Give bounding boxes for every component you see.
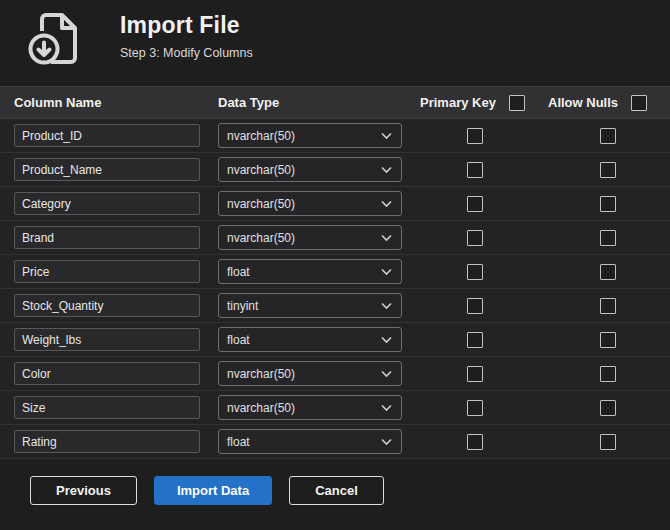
- primary-key-checkbox[interactable]: [467, 366, 483, 382]
- data-type-select[interactable]: nvarchar(50): [218, 225, 402, 250]
- import-file-icon: [26, 10, 90, 70]
- data-type-cell: nvarchar(50): [205, 191, 405, 216]
- primary-key-select-all-checkbox[interactable]: [509, 95, 525, 111]
- primary-key-checkbox[interactable]: [467, 128, 483, 144]
- allow-nulls-select-all-checkbox[interactable]: [631, 95, 647, 111]
- footer-actions: Previous Import Data Cancel: [0, 459, 670, 505]
- cancel-button[interactable]: Cancel: [289, 476, 384, 505]
- chevron-down-icon: [381, 336, 392, 344]
- data-type-cell: nvarchar(50): [205, 361, 405, 386]
- data-type-cell: nvarchar(50): [205, 157, 405, 182]
- page-title: Import File: [120, 12, 253, 39]
- column-name-input[interactable]: [14, 124, 200, 147]
- data-type-cell: float: [205, 259, 405, 284]
- column-name-input[interactable]: [14, 158, 200, 181]
- table-row: float: [0, 425, 670, 459]
- column-name-input[interactable]: [14, 260, 200, 283]
- primary-key-cell: [405, 162, 545, 178]
- primary-key-checkbox[interactable]: [467, 332, 483, 348]
- primary-key-checkbox[interactable]: [467, 298, 483, 314]
- primary-key-cell: [405, 332, 545, 348]
- primary-key-cell: [405, 434, 545, 450]
- data-type-select[interactable]: nvarchar(50): [218, 191, 402, 216]
- data-type-select[interactable]: float: [218, 429, 402, 454]
- table-row: nvarchar(50): [0, 391, 670, 425]
- allow-nulls-checkbox[interactable]: [600, 366, 616, 382]
- allow-nulls-cell: [545, 196, 670, 212]
- primary-key-checkbox[interactable]: [467, 400, 483, 416]
- column-name-input[interactable]: [14, 362, 200, 385]
- import-data-button[interactable]: Import Data: [154, 476, 272, 505]
- primary-key-checkbox[interactable]: [467, 196, 483, 212]
- column-name-input[interactable]: [14, 226, 200, 249]
- data-type-selected-value: nvarchar(50): [227, 401, 295, 415]
- column-name-input[interactable]: [14, 430, 200, 453]
- data-type-select[interactable]: nvarchar(50): [218, 395, 402, 420]
- data-type-cell: nvarchar(50): [205, 395, 405, 420]
- primary-key-checkbox[interactable]: [467, 264, 483, 280]
- chevron-down-icon: [381, 370, 392, 378]
- primary-key-cell: [405, 264, 545, 280]
- chevron-down-icon: [381, 302, 392, 310]
- allow-nulls-cell: [545, 298, 670, 314]
- primary-key-header-label: Primary Key: [420, 95, 496, 110]
- primary-key-cell: [405, 128, 545, 144]
- allow-nulls-checkbox[interactable]: [600, 230, 616, 246]
- column-name-input[interactable]: [14, 328, 200, 351]
- data-type-select[interactable]: nvarchar(50): [218, 361, 402, 386]
- data-type-cell: float: [205, 429, 405, 454]
- table-row: tinyint: [0, 289, 670, 323]
- data-type-selected-value: float: [227, 265, 250, 279]
- primary-key-checkbox[interactable]: [467, 162, 483, 178]
- chevron-down-icon: [381, 234, 392, 242]
- allow-nulls-checkbox[interactable]: [600, 264, 616, 280]
- primary-key-checkbox[interactable]: [467, 230, 483, 246]
- allow-nulls-cell: [545, 162, 670, 178]
- column-name-cell: [0, 192, 205, 215]
- data-type-selected-value: float: [227, 435, 250, 449]
- allow-nulls-checkbox[interactable]: [600, 196, 616, 212]
- allow-nulls-cell: [545, 400, 670, 416]
- table-header-row: Column Name Data Type Primary Key Allow …: [0, 86, 670, 119]
- column-name-input[interactable]: [14, 396, 200, 419]
- data-type-cell: tinyint: [205, 293, 405, 318]
- data-type-select[interactable]: float: [218, 327, 402, 352]
- allow-nulls-checkbox[interactable]: [600, 400, 616, 416]
- table-row: float: [0, 323, 670, 357]
- column-name-input[interactable]: [14, 192, 200, 215]
- allow-nulls-checkbox[interactable]: [600, 332, 616, 348]
- data-type-select[interactable]: nvarchar(50): [218, 123, 402, 148]
- table-row: nvarchar(50): [0, 187, 670, 221]
- table-row: nvarchar(50): [0, 153, 670, 187]
- allow-nulls-header: Allow Nulls: [545, 95, 670, 111]
- primary-key-cell: [405, 230, 545, 246]
- primary-key-checkbox[interactable]: [467, 434, 483, 450]
- allow-nulls-cell: [545, 128, 670, 144]
- data-type-select[interactable]: nvarchar(50): [218, 157, 402, 182]
- data-type-selected-value: nvarchar(50): [227, 367, 295, 381]
- allow-nulls-checkbox[interactable]: [600, 162, 616, 178]
- allow-nulls-checkbox[interactable]: [600, 298, 616, 314]
- allow-nulls-checkbox[interactable]: [600, 434, 616, 450]
- table-row: nvarchar(50): [0, 221, 670, 255]
- column-name-cell: [0, 158, 205, 181]
- data-type-selected-value: tinyint: [227, 299, 258, 313]
- primary-key-cell: [405, 366, 545, 382]
- data-type-cell: nvarchar(50): [205, 225, 405, 250]
- data-type-select[interactable]: float: [218, 259, 402, 284]
- chevron-down-icon: [381, 132, 392, 140]
- column-name-cell: [0, 226, 205, 249]
- table-row: nvarchar(50): [0, 119, 670, 153]
- data-type-select[interactable]: tinyint: [218, 293, 402, 318]
- allow-nulls-checkbox[interactable]: [600, 128, 616, 144]
- previous-button[interactable]: Previous: [30, 476, 137, 505]
- column-name-header: Column Name: [0, 95, 205, 110]
- column-name-cell: [0, 362, 205, 385]
- data-type-selected-value: nvarchar(50): [227, 129, 295, 143]
- column-name-input[interactable]: [14, 294, 200, 317]
- data-type-selected-value: nvarchar(50): [227, 163, 295, 177]
- table-row: nvarchar(50): [0, 357, 670, 391]
- primary-key-cell: [405, 298, 545, 314]
- allow-nulls-cell: [545, 366, 670, 382]
- chevron-down-icon: [381, 404, 392, 412]
